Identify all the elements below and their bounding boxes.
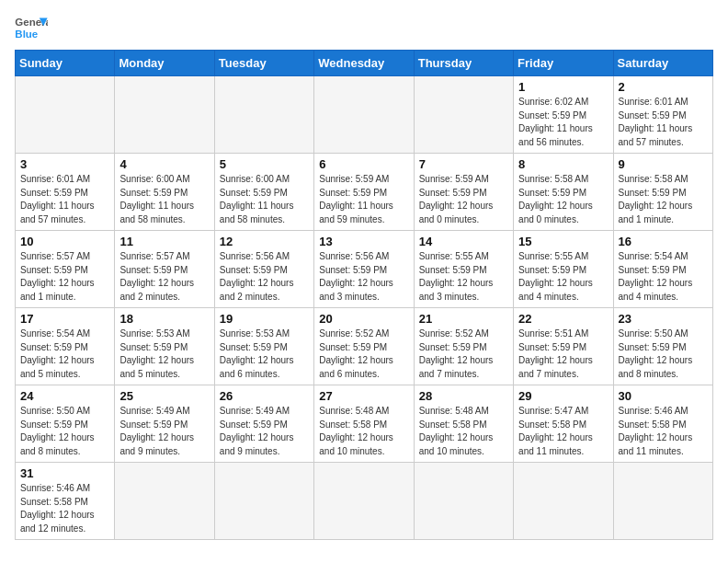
sun-info: Sunrise: 5:59 AM Sunset: 5:59 PM Dayligh… [319, 173, 408, 226]
calendar-cell: 3Sunrise: 6:01 AM Sunset: 5:59 PM Daylig… [16, 154, 115, 231]
calendar-cell: 27Sunrise: 5:48 AM Sunset: 5:58 PM Dayli… [314, 385, 414, 463]
calendar-cell: 19Sunrise: 5:53 AM Sunset: 5:59 PM Dayli… [214, 308, 313, 385]
day-number: 8 [518, 157, 608, 171]
calendar-cell: 22Sunrise: 5:51 AM Sunset: 5:59 PM Dayli… [514, 308, 613, 385]
svg-text:Blue: Blue [15, 29, 38, 40]
day-number: 13 [319, 235, 408, 248]
calendar-cell: 2Sunrise: 6:01 AM Sunset: 5:59 PM Daylig… [613, 76, 712, 154]
weekday-header-friday: Friday [514, 51, 613, 76]
calendar-cell: 1Sunrise: 6:02 AM Sunset: 5:59 PM Daylig… [514, 76, 613, 154]
calendar-cell: 4Sunrise: 6:00 AM Sunset: 5:59 PM Daylig… [115, 154, 214, 231]
sun-info: Sunrise: 5:53 AM Sunset: 5:59 PM Dayligh… [119, 327, 209, 381]
sun-info: Sunrise: 6:00 AM Sunset: 5:59 PM Dayligh… [220, 173, 309, 226]
day-number: 7 [419, 157, 508, 171]
calendar-cell [514, 463, 613, 540]
sun-info: Sunrise: 5:54 AM Sunset: 5:59 PM Dayligh… [20, 327, 109, 381]
calendar-cell: 16Sunrise: 5:54 AM Sunset: 5:59 PM Dayli… [613, 231, 712, 308]
calendar-cell: 18Sunrise: 5:53 AM Sunset: 5:59 PM Dayli… [115, 308, 214, 385]
day-number: 23 [619, 312, 708, 326]
day-number: 28 [419, 389, 508, 403]
calendar-cell [314, 463, 414, 540]
sun-info: Sunrise: 5:51 AM Sunset: 5:59 PM Dayligh… [518, 327, 608, 381]
sun-info: Sunrise: 5:49 AM Sunset: 5:59 PM Dayligh… [220, 405, 309, 458]
sun-info: Sunrise: 5:47 AM Sunset: 5:58 PM Dayligh… [518, 405, 608, 458]
sun-info: Sunrise: 6:01 AM Sunset: 5:59 PM Dayligh… [20, 173, 109, 226]
day-number: 21 [419, 312, 508, 326]
day-number: 26 [220, 389, 309, 403]
calendar-cell: 11Sunrise: 5:57 AM Sunset: 5:59 PM Dayli… [115, 231, 214, 308]
calendar-header: SundayMondayTuesdayWednesdayThursdayFrid… [16, 51, 713, 76]
sun-info: Sunrise: 5:48 AM Sunset: 5:58 PM Dayligh… [419, 405, 508, 458]
calendar-cell [16, 76, 115, 154]
calendar-cell [214, 76, 313, 154]
day-number: 4 [119, 157, 209, 171]
sun-info: Sunrise: 5:49 AM Sunset: 5:59 PM Dayligh… [119, 405, 209, 458]
calendar-cell: 15Sunrise: 5:55 AM Sunset: 5:59 PM Dayli… [514, 231, 613, 308]
calendar-table: SundayMondayTuesdayWednesdayThursdayFrid… [15, 50, 713, 540]
calendar-cell: 10Sunrise: 5:57 AM Sunset: 5:59 PM Dayli… [16, 231, 115, 308]
sun-info: Sunrise: 6:01 AM Sunset: 5:59 PM Dayligh… [619, 96, 708, 149]
page-header: General Blue [15, 15, 713, 42]
weekday-header-saturday: Saturday [613, 51, 712, 76]
sun-info: Sunrise: 5:55 AM Sunset: 5:59 PM Dayligh… [419, 250, 508, 304]
sun-info: Sunrise: 5:59 AM Sunset: 5:59 PM Dayligh… [419, 173, 508, 226]
day-number: 10 [20, 235, 109, 248]
weekday-header-monday: Monday [115, 51, 214, 76]
day-number: 5 [220, 157, 309, 171]
calendar-cell [414, 463, 513, 540]
sun-info: Sunrise: 5:52 AM Sunset: 5:59 PM Dayligh… [319, 327, 408, 381]
calendar-cell: 23Sunrise: 5:50 AM Sunset: 5:59 PM Dayli… [613, 308, 712, 385]
day-number: 22 [518, 312, 608, 326]
day-number: 27 [319, 389, 408, 403]
calendar-cell: 7Sunrise: 5:59 AM Sunset: 5:59 PM Daylig… [414, 154, 513, 231]
calendar-cell: 12Sunrise: 5:56 AM Sunset: 5:59 PM Dayli… [214, 231, 313, 308]
day-number: 24 [20, 389, 109, 403]
calendar-cell [115, 76, 214, 154]
sun-info: Sunrise: 5:46 AM Sunset: 5:58 PM Dayligh… [20, 482, 109, 535]
day-number: 17 [20, 312, 109, 326]
sun-info: Sunrise: 5:58 AM Sunset: 5:59 PM Dayligh… [518, 173, 608, 226]
logo: General Blue [15, 15, 48, 42]
sun-info: Sunrise: 5:53 AM Sunset: 5:59 PM Dayligh… [220, 327, 309, 381]
sun-info: Sunrise: 5:56 AM Sunset: 5:59 PM Dayligh… [319, 250, 408, 304]
day-number: 1 [518, 80, 608, 94]
day-number: 25 [119, 389, 209, 403]
calendar-cell: 31Sunrise: 5:46 AM Sunset: 5:58 PM Dayli… [16, 463, 115, 540]
day-number: 30 [619, 389, 708, 403]
calendar-cell: 20Sunrise: 5:52 AM Sunset: 5:59 PM Dayli… [314, 308, 414, 385]
calendar-cell: 29Sunrise: 5:47 AM Sunset: 5:58 PM Dayli… [514, 385, 613, 463]
calendar-cell: 28Sunrise: 5:48 AM Sunset: 5:58 PM Dayli… [414, 385, 513, 463]
day-number: 2 [619, 80, 708, 94]
day-number: 14 [419, 235, 508, 248]
day-number: 15 [518, 235, 608, 248]
sun-info: Sunrise: 5:54 AM Sunset: 5:59 PM Dayligh… [619, 250, 708, 304]
day-number: 16 [619, 235, 708, 248]
calendar-cell: 17Sunrise: 5:54 AM Sunset: 5:59 PM Dayli… [16, 308, 115, 385]
day-number: 18 [119, 312, 209, 326]
day-number: 11 [119, 235, 209, 248]
weekday-header-tuesday: Tuesday [214, 51, 313, 76]
calendar-cell [214, 463, 313, 540]
sun-info: Sunrise: 5:50 AM Sunset: 5:59 PM Dayligh… [20, 405, 109, 458]
calendar-cell [613, 463, 712, 540]
calendar-cell: 14Sunrise: 5:55 AM Sunset: 5:59 PM Dayli… [414, 231, 513, 308]
day-number: 9 [619, 157, 708, 171]
calendar-cell: 25Sunrise: 5:49 AM Sunset: 5:59 PM Dayli… [115, 385, 214, 463]
calendar-cell [414, 76, 513, 154]
calendar-cell: 21Sunrise: 5:52 AM Sunset: 5:59 PM Dayli… [414, 308, 513, 385]
weekday-header-sunday: Sunday [16, 51, 115, 76]
sun-info: Sunrise: 6:00 AM Sunset: 5:59 PM Dayligh… [119, 173, 209, 226]
logo-icon: General Blue [15, 15, 48, 42]
sun-info: Sunrise: 5:58 AM Sunset: 5:59 PM Dayligh… [619, 173, 708, 226]
sun-info: Sunrise: 5:56 AM Sunset: 5:59 PM Dayligh… [220, 250, 309, 304]
weekday-header-wednesday: Wednesday [314, 51, 414, 76]
sun-info: Sunrise: 5:48 AM Sunset: 5:58 PM Dayligh… [319, 405, 408, 458]
sun-info: Sunrise: 5:50 AM Sunset: 5:59 PM Dayligh… [619, 327, 708, 381]
calendar-cell [314, 76, 414, 154]
calendar-cell: 5Sunrise: 6:00 AM Sunset: 5:59 PM Daylig… [214, 154, 313, 231]
sun-info: Sunrise: 5:52 AM Sunset: 5:59 PM Dayligh… [419, 327, 508, 381]
sun-info: Sunrise: 6:02 AM Sunset: 5:59 PM Dayligh… [518, 96, 608, 149]
day-number: 3 [20, 157, 109, 171]
sun-info: Sunrise: 5:57 AM Sunset: 5:59 PM Dayligh… [119, 250, 209, 304]
day-number: 6 [319, 157, 408, 171]
